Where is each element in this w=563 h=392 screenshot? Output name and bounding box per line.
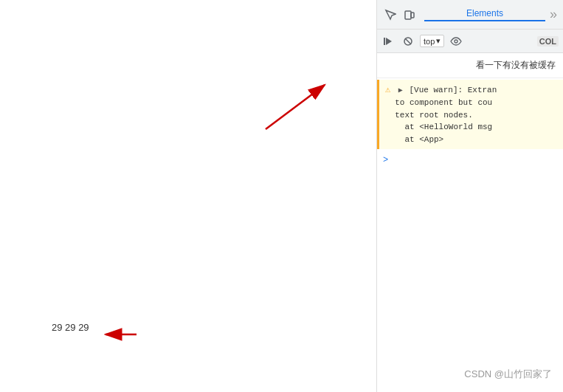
svg-point-10 — [455, 40, 457, 43]
svg-rect-4 — [405, 11, 411, 19]
devtools-second-toolbar: top ▾ COL — [377, 30, 563, 53]
more-tabs-icon[interactable]: » — [550, 7, 557, 22]
warning-expand-icon[interactable]: ▶ — [398, 86, 403, 94]
console-warning-message: ⚠ ▶ [Vue warn]: Extran to component but … — [377, 80, 563, 149]
dropdown-chevron-icon: ▾ — [436, 36, 441, 46]
warning-triangle-icon: ⚠ — [385, 85, 390, 95]
frame-selector-value: top — [424, 37, 435, 46]
eye-icon[interactable] — [449, 34, 463, 49]
warning-text-line1: [Vue warn]: Extran — [409, 86, 497, 94]
devtools-top-toolbar: Elements » — [377, 0, 563, 30]
frame-selector-dropdown[interactable]: top ▾ — [420, 35, 444, 47]
devtools-panel: Elements » top ▾ — [376, 0, 563, 392]
console-prompt[interactable]: > — [377, 151, 563, 170]
play-icon[interactable] — [381, 34, 396, 49]
watermark-text: CSDN @山竹回家了 — [464, 368, 552, 381]
main-content: 29 29 29 — [0, 0, 376, 392]
svg-line-9 — [405, 38, 411, 44]
svg-marker-6 — [386, 38, 392, 45]
warning-text-line3: text root nodes. — [385, 111, 473, 120]
devtools-console[interactable]: 看一下有没有被缓存 ⚠ ▶ [Vue warn]: Extran to comp… — [377, 53, 563, 392]
svg-line-2 — [266, 85, 325, 129]
inspector-icon[interactable] — [383, 7, 398, 22]
block-icon[interactable] — [401, 34, 415, 49]
svg-rect-5 — [411, 13, 414, 18]
col-indicator: COL — [537, 36, 559, 47]
warning-text-line4: at <HelloWorld msg — [385, 123, 492, 131]
device-toolbar-icon[interactable] — [402, 7, 417, 22]
console-hint-text: 看一下有没有被缓存 — [377, 53, 563, 78]
numbers-display: 29 29 29 — [52, 322, 89, 333]
warning-text-line5: at <App> — [385, 135, 443, 144]
warning-text-line2: to component but cou — [385, 98, 492, 107]
arrows-overlay — [0, 0, 376, 392]
elements-tab[interactable]: Elements — [424, 8, 545, 21]
